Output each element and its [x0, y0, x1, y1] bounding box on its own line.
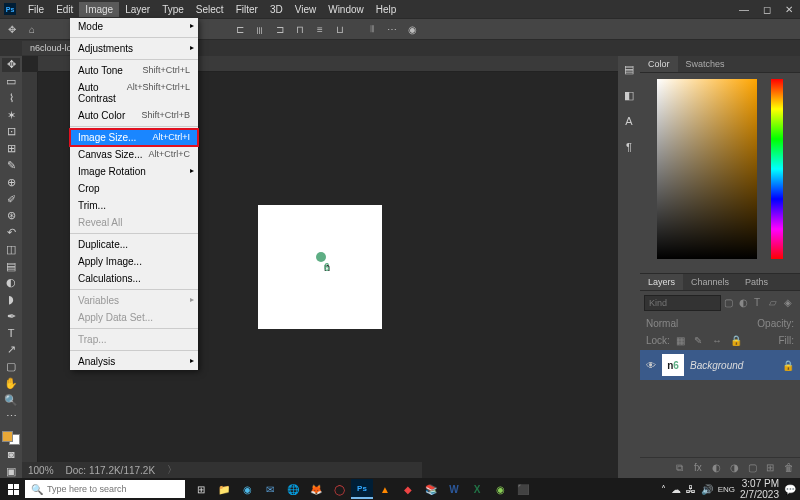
wand-tool[interactable]: ✶	[2, 108, 20, 122]
search-input[interactable]	[47, 484, 179, 494]
taskbar-search[interactable]: 🔍	[25, 480, 185, 498]
type-tool[interactable]: T	[2, 326, 20, 340]
pen-tool[interactable]: ✒	[2, 309, 20, 323]
paragraph-icon[interactable]: ¶	[620, 138, 638, 156]
menu-item-crop[interactable]: Crop	[70, 180, 198, 197]
layer-filter-input[interactable]	[644, 295, 721, 311]
properties-icon[interactable]: ◧	[620, 86, 638, 104]
filter-smart-icon[interactable]: ◈	[784, 297, 796, 309]
marquee-tool[interactable]: ▭	[2, 75, 20, 89]
tab-paths[interactable]: Paths	[737, 274, 776, 290]
zoom-level[interactable]: 100%	[28, 465, 54, 476]
filter-type-icon[interactable]: T	[754, 297, 766, 309]
menu-type[interactable]: Type	[156, 2, 190, 17]
path-tool[interactable]: ↗	[2, 343, 20, 357]
taskbar-app-explorer[interactable]: 📁	[213, 479, 235, 499]
tab-channels[interactable]: Channels	[683, 274, 737, 290]
distribute-h-icon[interactable]: ⫴	[364, 21, 380, 37]
history-brush-tool[interactable]: ↶	[2, 226, 20, 240]
blur-tool[interactable]: ◐	[2, 276, 20, 290]
align-top-icon[interactable]: ⊓	[292, 21, 308, 37]
tab-layers[interactable]: Layers	[640, 274, 683, 290]
crop-tool[interactable]: ⊡	[2, 125, 20, 139]
opacity-label[interactable]: Opacity:	[757, 318, 794, 329]
delete-layer-icon[interactable]: 🗑	[784, 462, 796, 474]
filter-pixel-icon[interactable]: ▢	[724, 297, 736, 309]
healing-tool[interactable]: ⊕	[2, 175, 20, 189]
saturation-picker[interactable]	[657, 79, 757, 259]
taskbar-app-photoshop[interactable]: Ps	[351, 479, 373, 499]
menu-item-mode[interactable]: Mode	[70, 18, 198, 35]
hue-slider[interactable]	[771, 79, 783, 259]
menu-item-duplicate[interactable]: Duplicate...	[70, 236, 198, 253]
menu-filter[interactable]: Filter	[230, 2, 264, 17]
lock-position-icon[interactable]: ↔	[712, 335, 724, 347]
menu-item-auto-tone[interactable]: Auto ToneShift+Ctrl+L	[70, 62, 198, 79]
taskbar-clock[interactable]: 3:07 PM 2/7/2023	[740, 478, 779, 500]
group-icon[interactable]: ▢	[748, 462, 760, 474]
align-middle-icon[interactable]: ≡	[312, 21, 328, 37]
doc-info[interactable]: Doc: 117.2K/117.2K	[66, 465, 156, 476]
menu-edit[interactable]: Edit	[50, 2, 79, 17]
menu-view[interactable]: View	[289, 2, 323, 17]
menu-item-image-size[interactable]: Image Size...Alt+Ctrl+I	[70, 129, 198, 146]
align-right-icon[interactable]: ⊐	[272, 21, 288, 37]
shape-tool[interactable]: ▢	[2, 360, 20, 374]
menu-item-apply-image[interactable]: Apply Image...	[70, 253, 198, 270]
lock-image-icon[interactable]: ✎	[694, 335, 706, 347]
stamp-tool[interactable]: ⊛	[2, 209, 20, 223]
history-icon[interactable]: ▤	[620, 60, 638, 78]
taskbar-app-edge[interactable]: ◉	[236, 479, 258, 499]
frame-tool[interactable]: ⊞	[2, 142, 20, 156]
link-layers-icon[interactable]: ⧉	[676, 462, 688, 474]
move-tool-icon[interactable]: ✥	[4, 21, 20, 37]
taskbar-app-mail[interactable]: ✉	[259, 479, 281, 499]
zoom-tool[interactable]: 🔍	[2, 393, 20, 407]
image-menu-dropdown[interactable]: ModeAdjustmentsAuto ToneShift+Ctrl+LAuto…	[70, 18, 198, 370]
menu-help[interactable]: Help	[370, 2, 403, 17]
menu-item-analysis[interactable]: Analysis	[70, 353, 198, 370]
menu-item-image-rotation[interactable]: Image Rotation	[70, 163, 198, 180]
align-bottom-icon[interactable]: ⊔	[332, 21, 348, 37]
menu-file[interactable]: File	[22, 2, 50, 17]
menu-item-trim[interactable]: Trim...	[70, 197, 198, 214]
maximize-button[interactable]: ◻	[760, 4, 774, 15]
eyedropper-tool[interactable]: ✎	[2, 159, 20, 173]
visibility-icon[interactable]: 👁	[646, 360, 656, 371]
tab-color[interactable]: Color	[640, 56, 678, 72]
tray-onedrive-icon[interactable]: ☁	[671, 484, 681, 495]
menu-window[interactable]: Window	[322, 2, 370, 17]
hand-tool[interactable]: ✋	[2, 377, 20, 391]
align-center-h-icon[interactable]: ⫼	[252, 21, 268, 37]
filter-shape-icon[interactable]: ▱	[769, 297, 781, 309]
edit-toolbar[interactable]: ⋯	[2, 410, 20, 424]
taskbar-app-2[interactable]: ◉	[489, 479, 511, 499]
lock-transparent-icon[interactable]: ▦	[676, 335, 688, 347]
layer-mask-icon[interactable]: ◐	[712, 462, 724, 474]
lock-icon[interactable]: 🔒	[782, 360, 794, 371]
taskbar-app-firefox[interactable]: 🦊	[305, 479, 327, 499]
taskbar-app-winrar[interactable]: 📚	[420, 479, 442, 499]
lock-all-icon[interactable]: 🔒	[730, 335, 742, 347]
layer-name[interactable]: Background	[690, 360, 776, 371]
dodge-tool[interactable]: ◗	[2, 293, 20, 307]
canvas[interactable]: n6	[258, 205, 382, 329]
move-tool[interactable]: ✥	[2, 58, 20, 72]
new-layer-icon[interactable]: ⊞	[766, 462, 778, 474]
taskbar-app-1[interactable]: ◆	[397, 479, 419, 499]
menu-item-calculations[interactable]: Calculations...	[70, 270, 198, 287]
taskbar-app-opera[interactable]: ◯	[328, 479, 350, 499]
layer-thumbnail[interactable]: n6	[662, 354, 684, 376]
more-icon[interactable]: ⋯	[384, 21, 400, 37]
blend-mode[interactable]: Normal	[646, 318, 678, 329]
taskbar-app-excel[interactable]: X	[466, 479, 488, 499]
menu-item-auto-color[interactable]: Auto ColorShift+Ctrl+B	[70, 107, 198, 124]
quick-mask[interactable]: ◙	[2, 448, 20, 462]
layer-row[interactable]: 👁 n6 Background 🔒	[640, 350, 800, 380]
home-icon[interactable]: ⌂	[24, 21, 40, 37]
character-icon[interactable]: A	[620, 112, 638, 130]
menu-item-canvas-size[interactable]: Canvas Size...Alt+Ctrl+C	[70, 146, 198, 163]
start-button[interactable]	[2, 479, 24, 499]
taskbar-app-vlc[interactable]: ▲	[374, 479, 396, 499]
close-button[interactable]: ✕	[782, 4, 796, 15]
